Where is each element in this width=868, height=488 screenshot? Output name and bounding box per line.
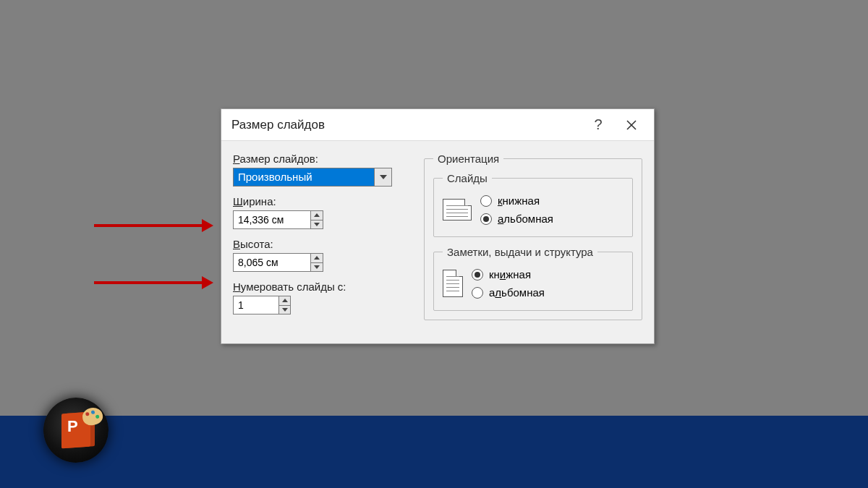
- close-button[interactable]: [615, 109, 648, 141]
- slide-size-dialog: Размер слайдов ? Размер слайдов: Произво…: [221, 108, 655, 344]
- height-spinner[interactable]: [233, 253, 323, 272]
- slides-orientation-group: Слайды книжная альбомная: [433, 172, 633, 237]
- number-step-down[interactable]: [279, 306, 290, 314]
- help-button[interactable]: ?: [582, 109, 615, 141]
- annotation-arrow-width: [94, 222, 213, 229]
- number-from-input[interactable]: [234, 296, 278, 314]
- dialog-title: Размер слайдов: [231, 118, 582, 132]
- annotation-arrow-height: [94, 279, 213, 286]
- slides-legend: Слайды: [443, 172, 492, 184]
- number-step-up[interactable]: [279, 296, 290, 306]
- width-spinner[interactable]: [233, 210, 323, 229]
- slide-size-selected: Произвольный: [234, 168, 374, 186]
- height-step-down[interactable]: [311, 263, 323, 272]
- slide-size-combo[interactable]: Произвольный: [233, 168, 392, 187]
- number-from-spinner[interactable]: [233, 296, 291, 314]
- height-label: Высота:: [233, 238, 414, 250]
- width-input[interactable]: [234, 211, 310, 228]
- slides-landscape-radio[interactable]: альбомная: [480, 213, 553, 225]
- footer-band: [0, 416, 868, 488]
- height-input[interactable]: [234, 254, 310, 271]
- notes-legend: Заметки, выдачи и структура: [443, 246, 597, 258]
- orientation-legend: Ориентация: [433, 153, 503, 165]
- dialog-titlebar: Размер слайдов ?: [221, 109, 654, 141]
- slides-portrait-radio[interactable]: книжная: [480, 194, 553, 207]
- notes-portrait-radio[interactable]: книжная: [472, 268, 545, 281]
- chevron-down-icon[interactable]: [374, 168, 391, 186]
- width-step-up[interactable]: [311, 211, 323, 221]
- slide-size-label: Размер слайдов:: [233, 153, 414, 165]
- page-portrait-icon: [443, 270, 463, 297]
- page-landscape-icon: [443, 199, 472, 221]
- width-label: Ширина:: [233, 195, 414, 207]
- notes-orientation-group: Заметки, выдачи и структура книжная альб…: [433, 246, 633, 311]
- number-from-label: Нумеровать слайды с:: [233, 281, 414, 293]
- powerpoint-logo: [43, 398, 109, 463]
- orientation-group: Ориентация Слайды книжная альбомная: [424, 153, 642, 320]
- width-step-down[interactable]: [311, 221, 323, 229]
- height-step-up[interactable]: [311, 254, 323, 263]
- notes-landscape-radio[interactable]: альбомная: [472, 286, 545, 299]
